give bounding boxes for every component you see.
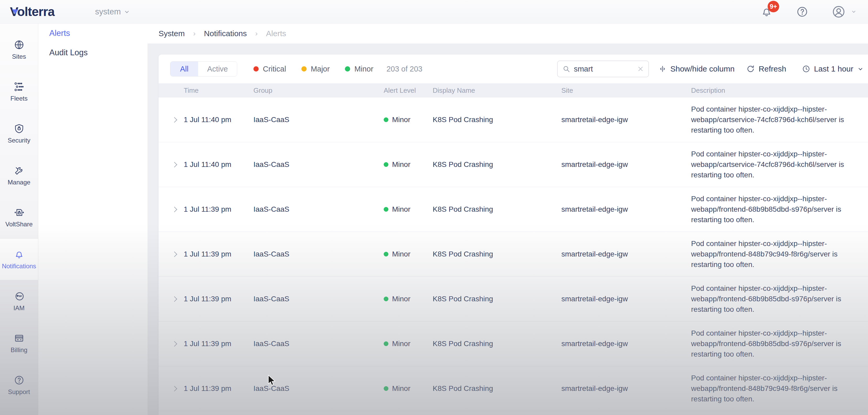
expand-row-icon[interactable] (172, 206, 177, 212)
alert-site: smartretail-edge-igw (561, 116, 691, 124)
legend-major[interactable]: Major (301, 65, 330, 73)
alert-row[interactable]: 1 Jul 11:39 pm IaaS-CaaS Minor K8S Pod C… (159, 187, 868, 232)
refresh-label: Refresh (759, 64, 786, 73)
help-icon (796, 5, 808, 18)
alerts-panel: All Active Critical Major Minor 203 of 2… (159, 55, 868, 415)
key-icon (13, 291, 25, 302)
alert-level: Minor (392, 295, 410, 303)
alert-description: Pod container hipster-co-xijddjxp--hipst… (691, 238, 861, 270)
search-input[interactable] (574, 65, 637, 73)
sidebar-item-label: Manage (8, 179, 30, 186)
clear-search-icon[interactable] (637, 65, 644, 72)
alert-display-name: K8S Pod Crashing (433, 160, 561, 169)
logo-triangle-icon (12, 9, 18, 14)
time-range-value: Last 1 hour (814, 64, 853, 73)
chevron-right-icon: › (255, 29, 258, 38)
alert-row[interactable]: 1 Jul 11:39 pm IaaS-CaaS Minor K8S Pod C… (159, 277, 868, 321)
col-site: Site (561, 87, 691, 95)
show-hide-column-button[interactable]: Show/hide column (658, 64, 735, 73)
chevron-down-icon (852, 9, 856, 13)
expand-row-icon[interactable] (172, 251, 177, 257)
alert-display-name: K8S Pod Crashing (433, 205, 561, 214)
chevron-right-icon: › (193, 29, 195, 38)
expand-row-icon[interactable] (172, 162, 177, 167)
legend-minor[interactable]: Minor (345, 65, 373, 73)
alert-description: Pod container hipster-co-xijddjxp--hipst… (691, 373, 861, 404)
sidebar-item-fleets[interactable]: Fleets (0, 71, 38, 113)
tenant-selector[interactable]: system (95, 7, 128, 17)
shield-lock-icon (13, 123, 25, 134)
legend-label: Critical (263, 65, 286, 73)
subnav-item-label: Alerts (49, 29, 70, 38)
alert-description: Pod container hipster-co-xijddjxp--hipst… (691, 149, 861, 180)
tab-all[interactable]: All (170, 62, 198, 76)
alert-row[interactable]: 1 Jul 11:40 pm IaaS-CaaS Minor K8S Pod C… (159, 142, 868, 187)
legend-critical[interactable]: Critical (253, 65, 286, 73)
alert-row[interactable]: 1 Jul 11:39 pm IaaS-CaaS Minor K8S Pod C… (159, 321, 868, 366)
alert-row[interactable]: 1 Jul 11:40 pm IaaS-CaaS Minor K8S Pod C… (159, 97, 868, 142)
expand-row-icon[interactable] (172, 296, 177, 301)
sidebar-item-label: Security (8, 137, 30, 144)
show-hide-column-label: Show/hide column (671, 64, 735, 73)
expand-row-icon[interactable] (172, 386, 177, 391)
column-toggle-icon (658, 65, 667, 73)
alert-level: Minor (392, 205, 410, 214)
sidebar-item-label: Support (8, 388, 30, 395)
col-group: Group (253, 87, 384, 95)
chevron-down-icon (859, 67, 862, 70)
time-range-select[interactable]: Last 1 hour (802, 64, 861, 73)
sidebar-item-label: IAM (13, 305, 25, 312)
breadcrumb-system[interactable]: System (159, 29, 185, 38)
alert-description: Pod container hipster-co-xijddjxp--hipst… (691, 104, 861, 135)
alerts-table-body: 1 Jul 11:40 pm IaaS-CaaS Minor K8S Pod C… (159, 97, 868, 411)
notification-badge: 9+ (768, 1, 779, 12)
tab-active[interactable]: Active (198, 62, 237, 76)
credit-card-icon (13, 333, 25, 344)
sidebar-item-iam[interactable]: IAM (0, 280, 38, 322)
alert-display-name: K8S Pod Crashing (433, 295, 561, 303)
sidebar-item-sites[interactable]: Sites (0, 29, 38, 71)
globe-icon (13, 39, 25, 50)
refresh-icon (746, 64, 755, 73)
severity-legend: Critical Major Minor (253, 65, 373, 73)
clock-icon (802, 65, 810, 73)
sidebar-item-support[interactable]: Support (0, 364, 38, 406)
bell-icon (13, 249, 25, 260)
alert-group: IaaS-CaaS (253, 384, 384, 393)
alert-group: IaaS-CaaS (253, 295, 384, 303)
alert-site: smartretail-edge-igw (561, 250, 691, 258)
sidebar-item-voltshare[interactable]: VoltShare (0, 196, 38, 238)
breadcrumb-notifications[interactable]: Notifications (204, 29, 247, 38)
subnav-item-audit-logs[interactable]: Audit Logs (38, 43, 148, 62)
main-content: System › Notifications › Alerts All Acti… (148, 24, 868, 415)
col-alert-level: Alert Level (384, 87, 433, 95)
user-menu[interactable] (832, 5, 855, 19)
alert-row[interactable]: 1 Jul 11:39 pm IaaS-CaaS Minor K8S Pod C… (159, 366, 868, 411)
sidebar-item-security[interactable]: Security (0, 113, 38, 155)
subnav-item-alerts[interactable]: Alerts (38, 24, 148, 43)
alert-group: IaaS-CaaS (253, 340, 384, 348)
alert-level-dot-icon (384, 252, 389, 256)
table-header: Time Group Alert Level Display Name Site… (159, 83, 868, 97)
notifications-bell-button[interactable]: 9+ (760, 5, 773, 18)
expand-row-icon[interactable] (172, 341, 177, 346)
col-description: Description (691, 87, 868, 95)
alert-time: 1 Jul 11:39 pm (184, 384, 253, 393)
alert-level-dot-icon (384, 341, 389, 346)
alert-time: 1 Jul 11:40 pm (184, 160, 253, 169)
notifications-subnav: Alerts Audit Logs (38, 24, 148, 415)
volterra-logo[interactable]: Volterra (10, 5, 55, 18)
alert-level-dot-icon (384, 117, 389, 122)
sidebar-item-notifications[interactable]: Notifications (0, 238, 38, 280)
col-display-name: Display Name (433, 87, 561, 95)
alerts-toolbar: All Active Critical Major Minor 203 of 2… (159, 55, 868, 83)
alert-time: 1 Jul 11:39 pm (184, 340, 253, 348)
sidebar-item-billing[interactable]: Billing (0, 322, 38, 364)
alert-group: IaaS-CaaS (253, 250, 384, 258)
alert-description: Pod container hipster-co-xijddjxp--hipst… (691, 283, 861, 315)
refresh-button[interactable]: Refresh (746, 64, 786, 73)
expand-row-icon[interactable] (172, 117, 177, 122)
sidebar-item-manage[interactable]: Manage (0, 155, 38, 196)
help-button[interactable] (796, 5, 808, 18)
alert-row[interactable]: 1 Jul 11:39 pm IaaS-CaaS Minor K8S Pod C… (159, 232, 868, 277)
